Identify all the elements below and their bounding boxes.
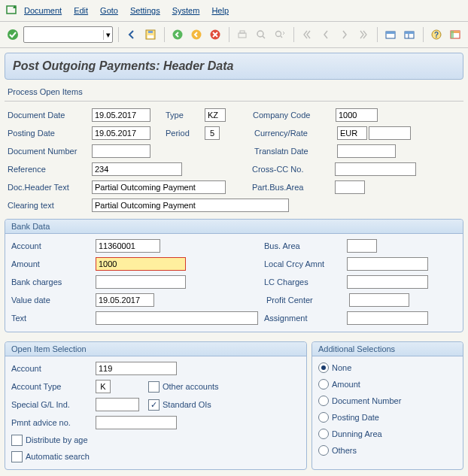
enter-icon[interactable]	[5, 26, 20, 44]
rate-field[interactable]	[369, 126, 411, 140]
label-company: Company Code	[247, 111, 336, 120]
period-field[interactable]	[205, 126, 220, 140]
svg-point-10	[257, 31, 263, 37]
doc-date-field[interactable]	[92, 108, 150, 122]
assignment-field[interactable]	[347, 311, 428, 325]
svg-rect-4	[148, 31, 153, 33]
prev-page-icon[interactable]	[318, 26, 334, 44]
radio-label-doc-number: Document Number	[332, 396, 401, 405]
find-next-icon[interactable]	[272, 26, 288, 44]
bank-text-field[interactable]	[96, 311, 258, 325]
menu-help[interactable]: Help	[211, 6, 229, 15]
svg-point-1	[8, 29, 18, 40]
nav-exit-icon[interactable]	[189, 26, 205, 44]
part-bus-field[interactable]	[335, 180, 365, 194]
special-gl-field[interactable]	[96, 398, 139, 411]
svg-rect-9	[240, 31, 245, 33]
lc-charges-field[interactable]	[347, 275, 428, 289]
svg-text:?: ?	[434, 31, 439, 39]
distribute-checkbox[interactable]	[11, 435, 23, 446]
doc-number-field[interactable]	[92, 144, 150, 158]
menu-document[interactable]: Document	[24, 6, 62, 15]
profit-center-field[interactable]	[349, 293, 409, 307]
command-field[interactable]: ▾	[23, 26, 113, 43]
chevron-down-icon: ▾	[103, 30, 111, 40]
radio-none[interactable]	[318, 362, 329, 373]
help-icon[interactable]: ?	[429, 26, 445, 44]
open-item-header: Open Item Selection	[5, 342, 306, 356]
posting-date-field[interactable]	[92, 126, 150, 140]
cross-cc-field[interactable]	[335, 162, 416, 176]
pmnt-advice-field[interactable]	[96, 416, 177, 429]
additional-selections-group: Additional Selections None Amount Docume…	[311, 341, 463, 470]
type-field[interactable]	[205, 108, 226, 122]
svg-rect-23	[451, 31, 454, 38]
amount-field[interactable]	[96, 257, 186, 271]
svg-rect-17	[405, 32, 414, 34]
label-posting-date: Posting Date	[5, 129, 92, 138]
radio-posting-date[interactable]	[318, 412, 329, 423]
menu-settings[interactable]: Settings	[130, 6, 160, 15]
label-pmnt-advice: Pmnt advice no.	[8, 418, 96, 427]
label-assignment: Assignment	[258, 314, 347, 323]
save-icon[interactable]	[143, 26, 159, 44]
label-header-text: Doc.Header Text	[5, 183, 92, 192]
app-menu-icon[interactable]	[6, 5, 18, 16]
menu-edit[interactable]: Edit	[74, 6, 88, 15]
toolbar-separator	[423, 27, 424, 42]
label-distribute: Distribute by age	[26, 435, 88, 444]
toolbar-separator	[118, 27, 119, 42]
label-bank-text: Text	[8, 314, 96, 323]
label-bus-area: Bus. Area	[258, 241, 347, 250]
label-bank-charges: Bank charges	[8, 277, 96, 287]
first-page-icon[interactable]	[299, 26, 315, 44]
radio-doc-number[interactable]	[318, 396, 329, 406]
radio-label-dunning: Dunning Area	[332, 429, 382, 438]
print-icon[interactable]	[235, 26, 251, 44]
label-cross-cc: Cross-CC No.	[246, 165, 335, 174]
nav-back-icon[interactable]	[170, 26, 186, 44]
radio-amount[interactable]	[318, 379, 329, 390]
svg-rect-15	[386, 32, 395, 34]
label-reference: Reference	[5, 165, 92, 174]
bank-charges-field[interactable]	[96, 275, 186, 289]
header-form: Document Date Type Company Code Posting …	[5, 106, 463, 214]
clearing-text-field[interactable]	[92, 199, 289, 212]
auto-search-checkbox[interactable]	[11, 451, 23, 462]
reference-field[interactable]	[92, 162, 182, 176]
bus-area-field[interactable]	[347, 239, 377, 253]
gen-session-icon[interactable]	[402, 26, 418, 44]
label-auto-search: Automatic search	[26, 452, 90, 461]
other-accounts-checkbox[interactable]	[148, 381, 160, 393]
menu-system[interactable]: System	[172, 6, 200, 15]
label-currency: Currency/Rate	[248, 129, 337, 138]
trans-date-field[interactable]	[337, 144, 396, 158]
next-page-icon[interactable]	[337, 26, 353, 44]
additional-header: Additional Selections	[312, 342, 463, 356]
standard-ois-checkbox[interactable]	[148, 399, 160, 411]
label-special-gl: Special G/L Ind.	[8, 400, 96, 409]
new-session-icon[interactable]	[383, 26, 399, 44]
layout-icon[interactable]	[448, 26, 463, 44]
cancel-icon[interactable]	[208, 26, 223, 44]
radio-label-none: None	[332, 363, 351, 372]
label-doc-number: Document Number	[5, 147, 92, 156]
find-icon[interactable]	[254, 26, 269, 44]
currency-field[interactable]	[337, 126, 367, 140]
company-code-field[interactable]	[336, 108, 378, 122]
radio-others[interactable]	[318, 445, 329, 456]
last-page-icon[interactable]	[356, 26, 372, 44]
svg-rect-3	[147, 35, 153, 38]
oi-account-field[interactable]	[96, 362, 177, 375]
label-profit-center: Profit Center	[260, 296, 349, 305]
menu-goto[interactable]: Goto	[100, 6, 118, 15]
bank-data-header: Bank Data	[5, 220, 463, 234]
radio-dunning[interactable]	[318, 429, 329, 439]
back-icon[interactable]	[124, 26, 140, 44]
header-text-field[interactable]	[92, 180, 226, 194]
value-date-field[interactable]	[96, 293, 154, 307]
process-open-items-link[interactable]: Process Open Items	[5, 83, 463, 102]
bank-account-field[interactable]	[96, 239, 160, 253]
account-type-field[interactable]	[96, 380, 111, 393]
local-crcy-field[interactable]	[347, 257, 428, 271]
